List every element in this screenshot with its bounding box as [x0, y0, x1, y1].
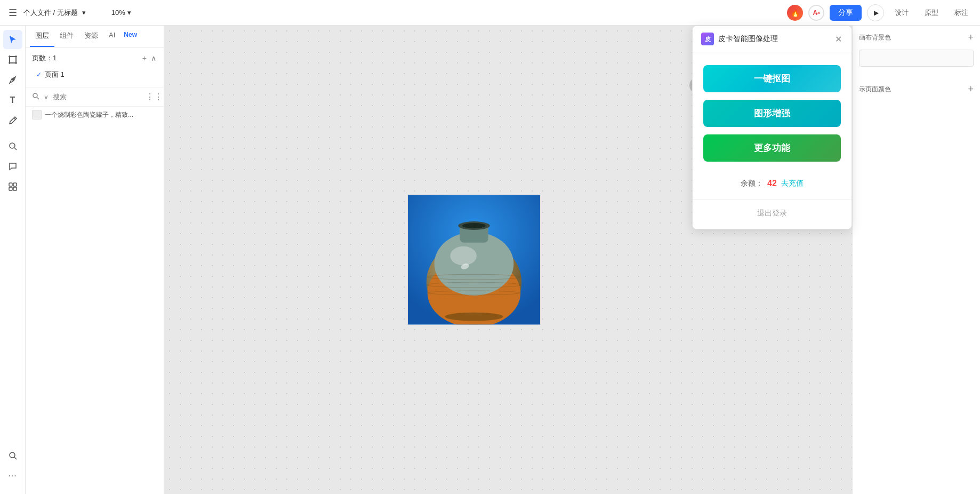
right-panel-header: 画布背景色 +	[859, 32, 974, 43]
search-expand-icon[interactable]: ∨	[43, 93, 50, 101]
search-icon[interactable]	[32, 92, 39, 101]
show-page-color-label: 示页面颜色	[859, 85, 891, 94]
page-label: 页面 1	[45, 70, 65, 79]
zoom-arrow-icon: ▾	[127, 9, 131, 17]
toolbar-bottom: ···	[3, 446, 22, 490]
svg-point-26	[462, 223, 486, 228]
tab-layers[interactable]: 图层	[30, 26, 54, 47]
tab-components[interactable]: 组件	[54, 26, 79, 47]
breadcrumb-arrow[interactable]: ▾	[82, 9, 86, 17]
collapse-pages-btn[interactable]: ∧	[150, 53, 157, 63]
left-toolbar: T ···	[0, 26, 26, 494]
balance-value: 42	[767, 179, 777, 188]
svg-line-14	[14, 457, 17, 459]
text-tool[interactable]: T	[3, 91, 22, 110]
more-functions-button[interactable]: 更多功能	[703, 134, 841, 162]
pages-count: 页数：1	[32, 53, 57, 63]
right-panel-title: 画布背景色	[859, 33, 891, 42]
play-button[interactable]: ▶	[867, 4, 884, 21]
logout-button[interactable]: 退出登录	[757, 209, 787, 218]
topbar: ☰ 个人文件 / 无标题 ▾ 10% ▾ 🔥 Aa 分享 ▶ 设计 原型 标注	[0, 0, 980, 26]
zoom-level: 10%	[111, 9, 125, 17]
tab-assets[interactable]: 资源	[79, 26, 103, 47]
svg-rect-0	[10, 57, 16, 63]
topbar-right: 🔥 Aa 分享 ▶ 设计 原型 标注	[787, 4, 974, 21]
panel-tabs: 图层 组件 资源 AI New	[26, 26, 164, 47]
plugin-header-left: 皮 皮卡智能图像处理	[701, 33, 778, 45]
svg-point-13	[10, 452, 15, 458]
pages-header: 页数：1 + ∧	[32, 53, 157, 63]
pages-actions: + ∧	[141, 53, 157, 63]
balance-label: 余额：	[741, 179, 763, 188]
layer-item-vase[interactable]: 一个烧制彩色陶瓷罐子，精致...	[26, 107, 164, 123]
search-tool[interactable]	[3, 137, 22, 156]
plugin-footer: 余额： 42 去充值	[693, 174, 852, 199]
right-panel: 画布背景色 + 示页面颜色 +	[852, 26, 980, 494]
play-icon: ▶	[874, 9, 879, 17]
svg-rect-11	[9, 187, 12, 190]
pencil-tool[interactable]	[3, 111, 22, 130]
svg-rect-12	[13, 187, 17, 190]
svg-line-6	[14, 118, 15, 119]
zoom-control[interactable]: 10% ▾	[107, 6, 135, 19]
plugin-header: 皮 皮卡智能图像处理 ✕	[693, 26, 852, 52]
cutout-button[interactable]: 一键抠图	[703, 65, 841, 92]
plugin-panel: 皮 皮卡智能图像处理 ✕ 一键抠图 图形增强 更多功能 余额： 42 去充值 退…	[692, 26, 852, 229]
tab-mark[interactable]: 标注	[949, 6, 974, 20]
layer-thumbnail	[32, 110, 42, 119]
left-panel: 图层 组件 资源 AI New 页数：1 + ∧ ✓ 页面 1	[26, 26, 164, 494]
tab-design[interactable]: 设计	[889, 6, 914, 20]
page-item-1[interactable]: ✓ 页面 1	[32, 68, 157, 82]
layer-label: 一个烧制彩色陶瓷罐子，精致...	[45, 110, 157, 119]
svg-rect-17	[33, 111, 41, 118]
frame-tool[interactable]	[3, 50, 22, 69]
svg-rect-10	[13, 183, 17, 186]
pen-tool[interactable]	[3, 70, 22, 90]
canvas-image-container	[407, 195, 541, 325]
recharge-link[interactable]: 去充值	[781, 179, 804, 188]
comment-tool[interactable]	[3, 157, 22, 176]
canvas-vase-image[interactable]	[407, 195, 541, 325]
svg-point-15	[33, 93, 37, 98]
layer-search-bar: ∨ ⋮⋮	[26, 87, 164, 107]
plugin-logout-section: 退出登录	[693, 199, 852, 229]
search-more-icon[interactable]: ⋮⋮	[146, 92, 163, 102]
menu-icon[interactable]: ☰	[6, 5, 19, 21]
select-tool[interactable]	[3, 30, 22, 49]
global-search-tool[interactable]	[3, 446, 22, 465]
app-logo-icon: 🔥	[787, 5, 803, 21]
topbar-left: ☰ 个人文件 / 无标题 ▾ 10% ▾	[6, 5, 135, 21]
text-tool-icon: T	[10, 95, 15, 105]
search-input[interactable]	[53, 93, 142, 101]
plugin-title: 皮卡智能图像处理	[718, 34, 778, 44]
tab-ai[interactable]: AI	[103, 26, 121, 47]
tab-new[interactable]: New	[121, 26, 140, 47]
tab-prototype[interactable]: 原型	[919, 6, 944, 20]
svg-rect-9	[9, 183, 12, 186]
show-page-color-row: 示页面颜色 +	[859, 84, 974, 95]
canvas-bg-input[interactable]	[859, 50, 974, 67]
svg-line-16	[37, 98, 39, 100]
plugin-body: 一键抠图 图形增强 更多功能	[693, 52, 852, 174]
page-check-icon: ✓	[36, 71, 42, 78]
more-dots-icon: ···	[8, 471, 17, 481]
right-panel-add-icon[interactable]: +	[968, 32, 974, 43]
font-logo-icon: Aa	[808, 5, 824, 21]
pages-section: 页数：1 + ∧ ✓ 页面 1	[26, 47, 164, 87]
svg-point-7	[10, 143, 15, 148]
breadcrumb[interactable]: 个人文件 / 无标题	[23, 8, 78, 18]
svg-point-23	[450, 246, 477, 266]
right-panel-add-icon2[interactable]: +	[968, 84, 974, 95]
plugin-logo-icon: 皮	[701, 33, 714, 45]
svg-line-8	[14, 148, 17, 150]
more-tool[interactable]: ···	[3, 466, 22, 485]
svg-point-31	[445, 313, 503, 321]
svg-point-5	[12, 79, 14, 81]
share-button[interactable]: 分享	[830, 5, 862, 21]
plugin-close-button[interactable]: ✕	[834, 33, 843, 45]
enhance-button[interactable]: 图形增强	[703, 100, 841, 127]
add-page-btn[interactable]: +	[141, 53, 148, 63]
components-tool[interactable]	[3, 177, 22, 196]
